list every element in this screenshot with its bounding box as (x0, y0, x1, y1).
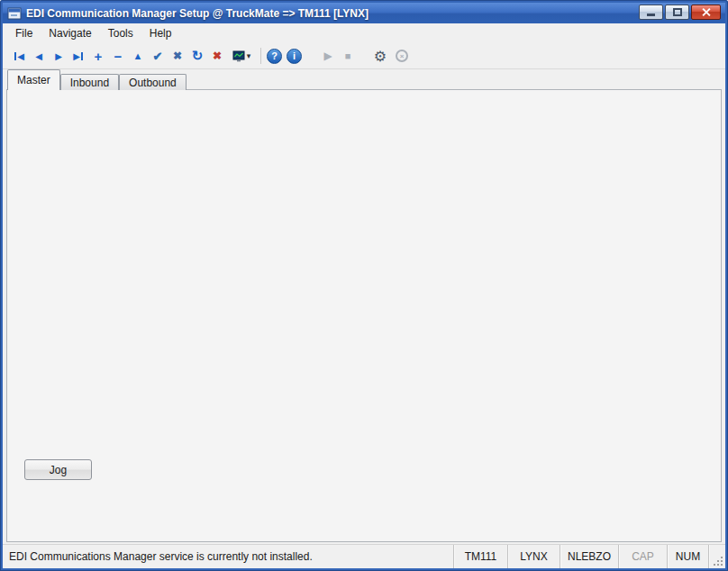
tab-master[interactable]: Master (7, 69, 60, 90)
menu-help[interactable]: Help (141, 24, 180, 42)
start-service-icon[interactable]: ▶ (319, 47, 337, 65)
shutdown-icon[interactable]: × (393, 47, 411, 65)
status-panel-user: NLEBZO (560, 545, 618, 568)
abort-icon[interactable]: ✖ (208, 47, 226, 65)
jog-button[interactable]: Jog (24, 459, 92, 480)
status-panel-caps: CAP (618, 545, 667, 568)
delete-record-icon[interactable]: − (109, 47, 127, 65)
menu-file[interactable]: File (7, 24, 41, 42)
toolbar-separator (260, 48, 261, 64)
about-icon[interactable]: i (287, 49, 302, 64)
minimize-button[interactable] (639, 5, 663, 20)
close-button[interactable] (691, 5, 721, 20)
refresh-icon[interactable]: ↻ (188, 47, 206, 65)
status-panel-num: NUM (667, 545, 708, 568)
status-message: EDI Communications Manager service is cu… (3, 545, 453, 568)
status-bar: EDI Communications Manager service is cu… (3, 544, 725, 568)
tab-inbound[interactable]: Inbound (60, 74, 119, 90)
post-edit-icon[interactable]: ✔ (149, 47, 167, 65)
maximize-button[interactable] (665, 5, 689, 20)
service-settings-icon[interactable]: ⚙ (371, 47, 389, 65)
window-title: EDI Communication Manager Setup @ TruckM… (26, 7, 369, 20)
resize-grip[interactable] (708, 545, 725, 568)
app-icon (7, 6, 22, 21)
menu-tools[interactable]: Tools (100, 24, 141, 42)
tab-strip: Master Inbound Outbound (7, 69, 187, 90)
menu-bar: File Navigate Tools Help (3, 23, 725, 43)
edit-record-icon[interactable]: ▲ (129, 47, 147, 65)
master-tab-page (6, 89, 722, 542)
status-panel-tm111: TM111 (453, 545, 507, 568)
last-record-icon[interactable]: ▶ (69, 47, 87, 65)
monitor-dropdown-icon[interactable]: ▾ (228, 47, 255, 65)
close-icon (701, 7, 711, 17)
cancel-edit-icon[interactable]: ✖ (168, 47, 187, 65)
app-window: EDI Communication Manager Setup @ TruckM… (0, 0, 728, 571)
status-panel-lynx: LYNX (507, 545, 560, 568)
menu-navigate[interactable]: Navigate (41, 24, 99, 42)
help-icon[interactable]: ? (267, 49, 282, 64)
toolbar: ◀ ◀ ▶ ▶ + − ▲ ✔ ✖ ↻ ✖ ▾ ? i ▶ ■ ⚙ × (3, 43, 725, 69)
tab-outbound[interactable]: Outbound (119, 74, 187, 90)
insert-record-icon[interactable]: + (89, 47, 107, 65)
next-record-icon[interactable]: ▶ (50, 47, 68, 65)
stop-service-icon[interactable]: ■ (339, 47, 357, 65)
title-bar[interactable]: EDI Communication Manager Setup @ TruckM… (3, 3, 725, 23)
first-record-icon[interactable]: ◀ (10, 47, 28, 65)
prior-record-icon[interactable]: ◀ (30, 47, 48, 65)
